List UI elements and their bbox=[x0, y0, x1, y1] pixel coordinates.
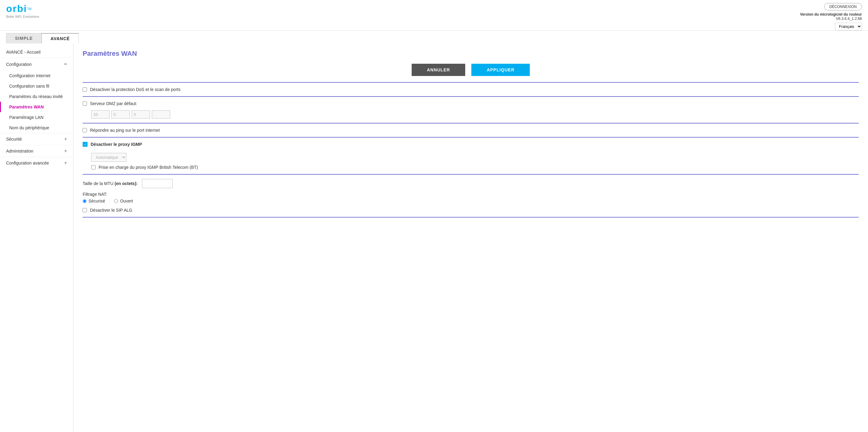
content: Paramètres WAN ANNULER APPLIQUER Désacti… bbox=[73, 44, 868, 432]
nat-securise-label: Sécurisé bbox=[89, 199, 105, 203]
sidebar-section-securite[interactable]: Sécurité + bbox=[0, 133, 73, 145]
dmz-row: Serveur DMZ par défaut: bbox=[83, 101, 859, 106]
dmz-ip-2[interactable] bbox=[112, 110, 130, 119]
sidebar-item-params-wan[interactable]: Paramètres WAN bbox=[0, 102, 73, 112]
divider-5 bbox=[83, 174, 859, 175]
sidebar-item-parametre-lan[interactable]: Paramétrage LAN bbox=[0, 112, 73, 122]
nat-row: Filtrage NAT: Sécurisé Ouvert bbox=[83, 192, 859, 203]
sip-label: Désactiver le SIP ALG bbox=[90, 208, 132, 213]
nat-ouvert-radio[interactable] bbox=[114, 199, 118, 203]
dmz-ip-inputs bbox=[91, 110, 859, 119]
mtu-input[interactable]: 1500 bbox=[142, 179, 173, 188]
apply-button[interactable]: APPLIQUER bbox=[471, 64, 530, 76]
sidebar-item-avance-accueil[interactable]: AVANCÉ - Accueil bbox=[0, 47, 73, 58]
main-layout: AVANCÉ - Accueil Configuration − Configu… bbox=[0, 44, 868, 432]
tab-avance[interactable]: AVANCÉ bbox=[42, 33, 79, 44]
igmp-bt-checkbox[interactable] bbox=[91, 165, 95, 169]
sidebar-section-administration[interactable]: Administration + bbox=[0, 145, 73, 157]
divider-3 bbox=[83, 123, 859, 123]
igmp-bt-label: Prise en charge du proxy IGMP British Te… bbox=[98, 165, 198, 170]
ping-row: Répondre au ping sur le port internet bbox=[83, 128, 859, 133]
plus-icon-config-avancee: + bbox=[64, 160, 67, 166]
sidebar-section-configuration[interactable]: Configuration − bbox=[0, 58, 73, 70]
mtu-row: Taille de la MTU (en octets): 1500 bbox=[83, 179, 859, 188]
igmp-label: Désactiver le proxy IGMP bbox=[91, 142, 142, 147]
tabs: SIMPLE AVANCÉ bbox=[0, 33, 868, 44]
dmz-checkbox[interactable] bbox=[83, 102, 87, 106]
sip-row: Désactiver le SIP ALG bbox=[83, 208, 859, 213]
sidebar-item-nom-peripherique[interactable]: Nom du périphérique bbox=[0, 122, 73, 133]
dos-checkbox[interactable] bbox=[83, 87, 87, 92]
language-select[interactable]: Français bbox=[835, 23, 862, 30]
header-right: DÉCONNEXION Version du micrologiciel du … bbox=[800, 3, 862, 30]
tab-simple[interactable]: SIMPLE bbox=[6, 33, 42, 44]
divider-1 bbox=[83, 82, 859, 83]
igmp-checkbox[interactable]: ✓ bbox=[83, 142, 88, 147]
page-title: Paramètres WAN bbox=[83, 50, 859, 58]
dmz-ip-4[interactable] bbox=[152, 110, 170, 119]
nat-ouvert-item: Ouvert bbox=[114, 199, 133, 203]
igmp-bt-row: Prise en charge du proxy IGMP British Te… bbox=[91, 165, 859, 170]
mtu-label: Taille de la MTU (en octets): bbox=[83, 181, 138, 186]
dos-label: Désactiver la protection DoS et le scan … bbox=[90, 87, 181, 92]
minus-icon: − bbox=[64, 61, 67, 67]
sidebar-item-config-internet[interactable]: Configuration Internet bbox=[0, 70, 73, 81]
firmware-info: Version du micrologiciel du routeur V6.3… bbox=[800, 12, 862, 21]
igmp-row: ✓ Désactiver le proxy IGMP bbox=[83, 142, 859, 147]
nat-radio-group: Sécurisé Ouvert bbox=[83, 199, 859, 203]
dmz-ip-1[interactable] bbox=[91, 110, 110, 119]
nat-label: Filtrage NAT: bbox=[83, 192, 859, 197]
nat-securise-item: Sécurisé bbox=[83, 199, 105, 203]
deconnexion-button[interactable]: DÉCONNEXION bbox=[824, 3, 862, 10]
sip-checkbox[interactable] bbox=[83, 208, 87, 212]
nat-ouvert-label: Ouvert bbox=[120, 199, 133, 203]
igmp-select-container: Automatique bbox=[83, 151, 859, 162]
dmz-ip-3[interactable] bbox=[132, 110, 150, 119]
action-buttons: ANNULER APPLIQUER bbox=[83, 64, 859, 76]
sidebar: AVANCÉ - Accueil Configuration − Configu… bbox=[0, 44, 73, 432]
sidebar-item-config-sans-fil[interactable]: Configuration sans fil bbox=[0, 81, 73, 91]
logo-tagline: Better WiFi. Everywhere. bbox=[6, 15, 40, 19]
dos-row: Désactiver la protection DoS et le scan … bbox=[83, 87, 859, 92]
logo-area: orbiTM Better WiFi. Everywhere. bbox=[6, 3, 40, 19]
logo: orbiTM bbox=[6, 3, 40, 15]
divider-2 bbox=[83, 96, 859, 97]
header: orbiTM Better WiFi. Everywhere. DÉCONNEX… bbox=[0, 0, 868, 31]
cancel-button[interactable]: ANNULER bbox=[412, 64, 465, 76]
sidebar-item-params-reseau[interactable]: Paramètres du réseau invité bbox=[0, 91, 73, 102]
dmz-label: Serveur DMZ par défaut: bbox=[90, 101, 137, 106]
plus-icon-administration: + bbox=[64, 148, 67, 154]
nat-securise-radio[interactable] bbox=[83, 199, 87, 203]
sidebar-section-config-avancee[interactable]: Configuration avancée + bbox=[0, 157, 73, 169]
igmp-select[interactable]: Automatique bbox=[91, 153, 126, 162]
divider-6 bbox=[83, 217, 859, 218]
plus-icon-securite: + bbox=[64, 136, 67, 142]
ping-label: Répondre au ping sur le port internet bbox=[90, 128, 160, 133]
divider-4 bbox=[83, 137, 859, 138]
ping-checkbox[interactable] bbox=[83, 128, 87, 132]
